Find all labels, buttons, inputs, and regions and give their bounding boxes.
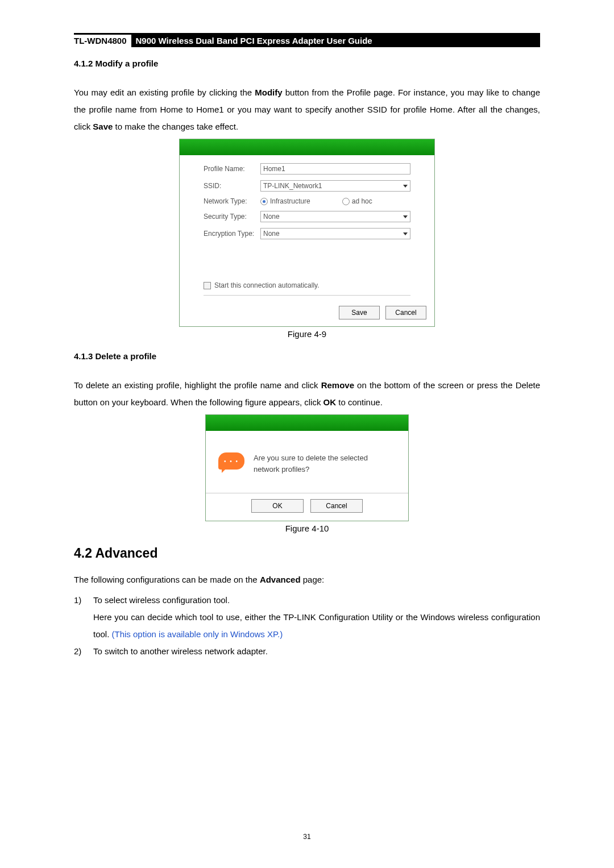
text-bold: Advanced xyxy=(260,575,301,584)
input-value: Home1 xyxy=(263,165,285,173)
radio-label: Infrastructure xyxy=(270,197,310,205)
chevron-down-icon xyxy=(403,232,408,235)
label-profile-name: Profile Name: xyxy=(204,165,260,173)
label-security-type: Security Type: xyxy=(204,213,260,221)
heading-4-2: 4.2 Advanced xyxy=(74,546,540,561)
save-button[interactable]: Save xyxy=(339,306,380,319)
radio-dot-selected-icon xyxy=(260,198,268,205)
ok-button[interactable]: OK xyxy=(251,499,304,513)
dialog-titlebar xyxy=(206,415,408,431)
checkbox-label: Start this connection automatically. xyxy=(214,281,320,289)
confirm-delete-dialog: • • • Are you sure to delete the selecte… xyxy=(205,414,409,521)
text: To delete an existing profile, highlight… xyxy=(74,380,321,390)
label-ssid: SSID: xyxy=(204,182,260,190)
list-item: 1)To select wireless configuration tool.… xyxy=(74,592,540,643)
text-bold: Save xyxy=(93,122,113,131)
cancel-button[interactable]: Cancel xyxy=(310,499,363,513)
list-item: 2)To switch to another wireless network … xyxy=(74,643,540,660)
list-body: To switch to another wireless network ad… xyxy=(93,643,540,660)
label-network-type: Network Type: xyxy=(204,197,260,205)
dropdown-value: None xyxy=(263,213,280,221)
warning-bubble-icon: • • • xyxy=(218,452,244,470)
label-encryption-type: Encryption Type: xyxy=(204,230,260,238)
list-body: To select wireless configuration tool.He… xyxy=(93,592,540,643)
radio-dot-icon xyxy=(342,198,350,205)
numbered-list: 1)To select wireless configuration tool.… xyxy=(74,592,540,660)
profile-dialog: Profile Name: Home1 SSID: TP-LINK_Networ… xyxy=(179,139,435,327)
paragraph: The following configurations can be made… xyxy=(74,571,540,588)
text: to continue. xyxy=(336,397,383,407)
dialog-titlebar xyxy=(180,139,434,155)
text: to make the changes take effect. xyxy=(113,122,238,131)
list-number: 2) xyxy=(74,643,93,660)
chevron-down-icon xyxy=(403,185,408,188)
page-number: 31 xyxy=(0,833,614,841)
text: page: xyxy=(301,575,325,584)
ssid-dropdown[interactable]: TP-LINK_Network1 xyxy=(260,180,410,192)
text-bold: Remove xyxy=(321,380,354,390)
paragraph: To delete an existing profile, highlight… xyxy=(74,377,540,411)
text: The following configurations can be made… xyxy=(74,575,260,584)
radio-infrastructure[interactable]: Infrastructure xyxy=(260,197,310,205)
encryption-type-dropdown[interactable]: None xyxy=(260,228,410,239)
paragraph: You may edit an existing profile by clic… xyxy=(74,84,540,135)
radio-adhoc[interactable]: ad hoc xyxy=(342,197,372,205)
heading-4-1-3: 4.1.3 Delete a profile xyxy=(74,351,540,361)
cancel-button[interactable]: Cancel xyxy=(385,306,426,319)
text: You may edit an existing profile by clic… xyxy=(74,88,255,97)
text-bold: Modify xyxy=(255,88,282,97)
radio-label: ad hoc xyxy=(352,197,372,205)
figure-caption: Figure 4-9 xyxy=(74,329,540,339)
dropdown-value: TP-LINK_Network1 xyxy=(263,182,322,190)
list-number: 1) xyxy=(74,592,93,643)
heading-4-1-2: 4.1.2 Modify a profile xyxy=(74,59,540,68)
note-text: (This option is available only in Window… xyxy=(112,629,283,639)
model-label: TL-WDN4800 xyxy=(74,35,131,47)
page-header: TL-WDN4800 N900 Wireless Dual Band PCI E… xyxy=(74,33,540,47)
text-bold: OK xyxy=(323,397,337,407)
figure-caption: Figure 4-10 xyxy=(74,524,540,533)
text: To select wireless configuration tool. xyxy=(93,595,230,605)
text: To switch to another wireless network ad… xyxy=(93,646,268,656)
profile-name-input[interactable]: Home1 xyxy=(260,163,410,175)
dialog-message: Are you sure to delete the selected netw… xyxy=(254,452,396,475)
auto-connect-checkbox[interactable] xyxy=(204,282,211,289)
dropdown-value: None xyxy=(263,230,280,238)
security-type-dropdown[interactable]: None xyxy=(260,211,410,222)
chevron-down-icon xyxy=(403,215,408,218)
doc-title: N900 Wireless Dual Band PCI Express Adap… xyxy=(131,35,540,47)
